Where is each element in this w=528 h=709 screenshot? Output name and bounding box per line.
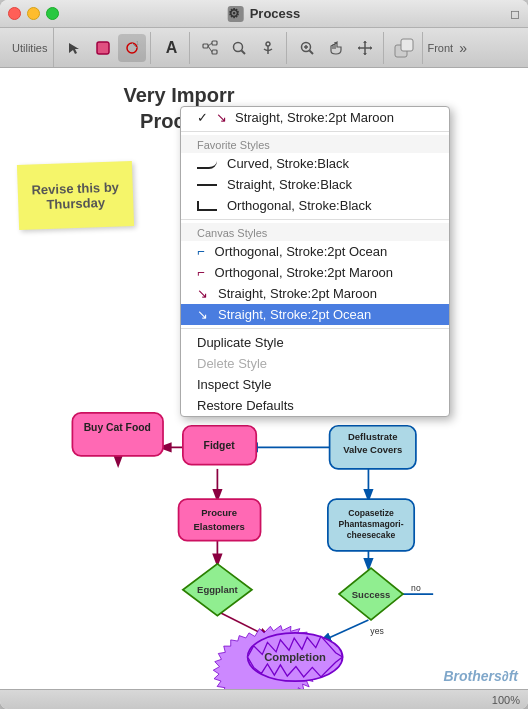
arrow-icon-maroon: ↘ xyxy=(216,110,227,125)
zoom-tool-button[interactable] xyxy=(293,34,321,62)
menu-separator-2 xyxy=(181,219,449,220)
svg-text:Deflustrate: Deflustrate xyxy=(348,431,398,442)
svg-rect-4 xyxy=(203,44,208,48)
menu-item-selected[interactable]: ↘ Straight, Stroke:2pt Ocean xyxy=(181,304,449,325)
svg-text:1: 1 xyxy=(136,41,139,46)
svg-line-27 xyxy=(321,620,368,642)
menu-item-checked[interactable]: ↘ Straight, Stroke:2pt Maroon xyxy=(181,107,449,128)
svg-text:Copasetize: Copasetize xyxy=(348,508,394,518)
svg-rect-5 xyxy=(212,41,217,45)
svg-rect-39 xyxy=(328,499,414,551)
ortho-icon xyxy=(197,201,217,211)
anchor-tool-button[interactable] xyxy=(254,34,282,62)
menu-item-ortho-ocean[interactable]: ⌐ Orthogonal, Stroke:2pt Ocean xyxy=(181,241,449,262)
favorites-section-label: Favorite Styles xyxy=(181,135,449,153)
svg-text:Completion: Completion xyxy=(264,651,326,663)
menu-separator-3 xyxy=(181,328,449,329)
menu-item-ortho-black[interactable]: Orthogonal, Stroke:Black xyxy=(181,195,449,216)
canvas-area[interactable]: Very Imporr Process Revise this by Thurs… xyxy=(0,68,528,689)
curved-icon xyxy=(197,159,217,169)
svg-text:cheesecake: cheesecake xyxy=(347,530,396,540)
canvas-section-label: Canvas Styles xyxy=(181,223,449,241)
svg-point-11 xyxy=(266,42,270,46)
sticky-note: Revise this by Thursday xyxy=(17,161,134,230)
statusbar: 100% xyxy=(0,689,528,709)
menu-item-duplicate-style[interactable]: Duplicate Style xyxy=(181,332,449,353)
svg-point-49 xyxy=(248,633,343,681)
menu-separator-1 xyxy=(181,131,449,132)
svg-rect-29 xyxy=(72,413,163,456)
utilities-label: Utilities xyxy=(6,28,54,67)
svg-text:Elastomers: Elastomers xyxy=(194,521,245,532)
straight-maroon-icon: ↘ xyxy=(197,286,208,301)
window-icon: ⚙ xyxy=(228,6,244,22)
watermark: Brothers∂ft xyxy=(443,668,518,684)
menu-item-ortho-maroon[interactable]: ⌐ Orthogonal, Stroke:2pt Maroon xyxy=(181,262,449,283)
toolbar-front-section xyxy=(386,32,423,64)
svg-marker-43 xyxy=(183,564,252,616)
overflow-button[interactable]: » xyxy=(459,40,467,56)
svg-text:Buy Cat Food: Buy Cat Food xyxy=(84,422,151,433)
svg-text:Phantasmagori-: Phantasmagori- xyxy=(338,519,403,529)
straight-ocean-icon: ↘ xyxy=(197,307,208,322)
svg-text:no: no xyxy=(411,583,421,593)
window-title: ⚙ Process xyxy=(228,6,301,22)
toolbar: Utilities 1 A xyxy=(0,28,528,68)
svg-text:Fidget: Fidget xyxy=(204,440,236,451)
svg-line-14 xyxy=(310,50,314,54)
ortho-ocean-icon: ⌐ xyxy=(197,244,205,259)
main-window: ⚙ Process ◻ Utilities 1 A xyxy=(0,0,528,709)
menu-item-inspect-style[interactable]: Inspect Style xyxy=(181,374,449,395)
menu-item-restore-defaults[interactable]: Restore Defaults xyxy=(181,395,449,416)
toolbar-text-section: A xyxy=(153,32,190,64)
svg-line-23 xyxy=(217,611,269,637)
ortho-maroon-icon: ⌐ xyxy=(197,265,205,280)
hand-tool-button[interactable] xyxy=(322,34,350,62)
shape-tool-button[interactable] xyxy=(89,34,117,62)
titlebar: ⚙ Process ◻ xyxy=(0,0,528,28)
menu-item-straight-maroon[interactable]: ↘ Straight, Stroke:2pt Maroon xyxy=(181,283,449,304)
svg-text:Success: Success xyxy=(352,589,391,600)
straight-icon xyxy=(197,184,217,186)
menu-item-delete-style: Delete Style xyxy=(181,353,449,374)
zoom-level: 100% xyxy=(492,694,520,706)
svg-rect-36 xyxy=(179,499,261,540)
svg-rect-31 xyxy=(183,426,256,465)
draw-tool-button[interactable]: 1 xyxy=(118,34,146,62)
svg-rect-18 xyxy=(401,39,413,51)
svg-line-7 xyxy=(208,43,212,46)
toolbar-zoom-section xyxy=(289,32,384,64)
maximize-button[interactable] xyxy=(46,7,59,20)
window-controls xyxy=(8,7,59,20)
svg-text:Eggplant: Eggplant xyxy=(197,584,238,595)
svg-marker-50 xyxy=(248,636,343,677)
svg-line-10 xyxy=(242,50,246,54)
svg-text:yes: yes xyxy=(370,626,383,636)
svg-text:Valve Covers: Valve Covers xyxy=(343,444,402,455)
minimize-button[interactable] xyxy=(27,7,40,20)
toolbar-select-section: 1 xyxy=(56,32,151,64)
select-tool-button[interactable] xyxy=(60,34,88,62)
close-button[interactable] xyxy=(8,7,21,20)
pan-tool-button[interactable] xyxy=(351,34,379,62)
inspect-tool-button[interactable] xyxy=(225,34,253,62)
menu-item-curved-black[interactable]: Curved, Stroke:Black xyxy=(181,153,449,174)
menu-item-straight-black[interactable]: Straight, Stroke:Black xyxy=(181,174,449,195)
front-button[interactable] xyxy=(390,34,418,62)
expand-icon[interactable]: ◻ xyxy=(510,7,520,21)
dropdown-menu: ↘ Straight, Stroke:2pt Maroon Favorite S… xyxy=(180,106,450,417)
svg-point-9 xyxy=(234,42,243,51)
front-label: Front xyxy=(427,42,453,54)
svg-line-8 xyxy=(208,46,212,52)
svg-text:Procure: Procure xyxy=(201,507,237,518)
svg-rect-0 xyxy=(97,42,109,54)
diagram-tool-button[interactable] xyxy=(196,34,224,62)
toolbar-diagram-section xyxy=(192,32,287,64)
svg-marker-45 xyxy=(339,568,403,620)
svg-rect-6 xyxy=(212,50,217,54)
svg-rect-33 xyxy=(330,426,416,469)
text-tool-button[interactable]: A xyxy=(157,34,185,62)
